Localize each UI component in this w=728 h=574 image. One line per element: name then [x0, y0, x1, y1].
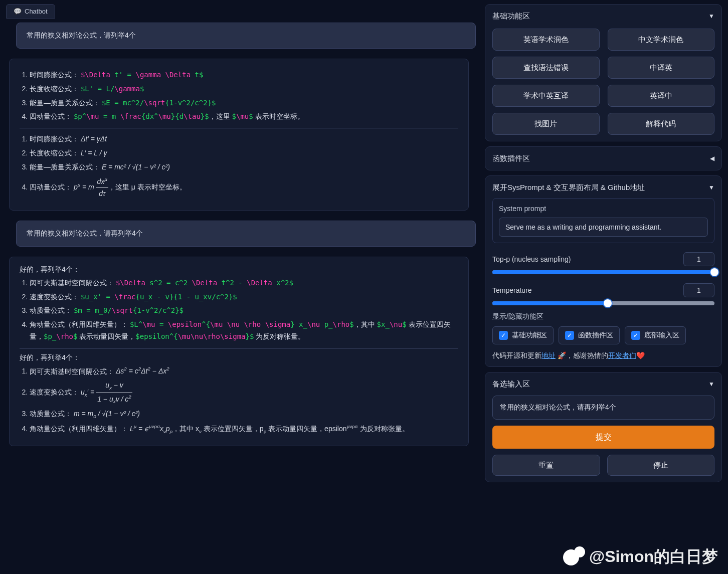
slider-top-p[interactable]: Top-p (nucleus sampling) 1: [492, 252, 714, 274]
btn-grammar[interactable]: 查找语法错误: [492, 57, 600, 79]
user-message-text: 常用的狭义相对论公式，请再列举4个: [27, 229, 143, 237]
check-bottom-input-area[interactable]: ✓ 底部输入区: [625, 326, 686, 344]
slider-track[interactable]: [492, 301, 714, 305]
answer-raw-item: 时间膨胀公式： $\Delta t' = \gamma \Delta t$: [30, 69, 458, 81]
checkbox-icon: ✓: [499, 331, 508, 340]
btn-polish-en[interactable]: 英语学术润色: [492, 29, 600, 51]
btn-cn-to-en[interactable]: 中译英: [608, 57, 715, 79]
slider-track[interactable]: [492, 270, 714, 274]
chevron-down-icon[interactable]: ▼: [708, 13, 714, 20]
rocket-icon: 🚀: [558, 351, 566, 359]
show-hide-label: 显示/隐藏功能区: [492, 312, 714, 321]
assistant-message: 时间膨胀公式： $\Delta t' = \gamma \Delta t$ 长度…: [9, 59, 469, 211]
slider-fill: [492, 301, 608, 305]
panel-basic-functions: 基础功能区 ▼ 英语学术润色 中文学术润色 查找语法错误 中译英 学术中英互译 …: [485, 4, 722, 141]
answer-raw-list: 时间膨胀公式： $\Delta t' = \gamma \Delta t$ 长度…: [30, 69, 458, 123]
slider-label: Top-p (nucleus sampling): [492, 255, 571, 263]
panel-alt-input: 备选输入区 ▼ 常用的狭义相对论公式，请再列举4个 提交 重置 停止: [485, 372, 722, 482]
stop-button[interactable]: 停止: [607, 455, 715, 476]
submit-button[interactable]: 提交: [492, 426, 714, 449]
system-prompt-label: System prompt: [499, 205, 708, 213]
answer-rendered-item: 时间膨胀公式： Δt′ = γΔt: [30, 133, 458, 145]
answer-preline: 好的，再列举4个：: [20, 353, 458, 362]
check-basic-area[interactable]: ✓ 基础功能区: [492, 326, 554, 344]
chat-icon: 💬: [14, 8, 22, 15]
checkbox-icon: ✓: [565, 331, 574, 340]
panel-function-plugins: 函数插件区 ◀: [485, 146, 722, 170]
slider-fill: [492, 270, 714, 274]
divider: [20, 348, 458, 348]
user-message-text: 常用的狭义相对论公式，请列举4个: [27, 31, 136, 39]
btn-polish-cn[interactable]: 中文学术润色: [608, 29, 715, 51]
system-prompt-block: System prompt Serve me as a writing and …: [492, 198, 714, 243]
btn-find-image[interactable]: 找图片: [492, 113, 600, 135]
slider-thumb[interactable]: [710, 268, 718, 276]
slider-thumb[interactable]: [604, 299, 612, 307]
slider-temperature[interactable]: Temperature 1: [492, 283, 714, 305]
answer-raw-item: 四动量公式： $p^\mu = m \frac{dx^\mu}{d\tau}$，…: [30, 111, 458, 123]
heart-icon: ❤️: [636, 351, 645, 359]
chat-scroll[interactable]: 常用的狭义相对论公式，请列举4个 时间膨胀公式： $\Delta t' = \g…: [6, 19, 479, 570]
answer-rendered-item: 角动量公式（利用四维矢量）： Lμ = ϵμνρσxνpρ，其中 xν 表示位置…: [30, 423, 458, 436]
answer-raw-item: 闵可夫斯基时空间隔公式： $\Delta s^2 = c^2 \Delta t^…: [30, 277, 458, 289]
answer-rendered-item: 闵可夫斯基时空间隔公式： Δs2 = c2Δt2 − Δx2: [30, 365, 458, 377]
answer-raw-item: 能量—质量关系公式： $E = mc^2/\sqrt{1-v^2/c^2}$: [30, 97, 458, 109]
answer-raw-item: 长度收缩公式： $L' = L/\gamma$: [30, 83, 458, 95]
system-prompt-input[interactable]: Serve me as a writing and programming as…: [499, 218, 708, 237]
reset-button[interactable]: 重置: [492, 455, 600, 476]
answer-rendered-item: 四动量公式： pμ = m dxμdτ，这里 μ 表示时空坐标。: [30, 175, 458, 200]
panel-title: 展开SysPrompt & 交互界面布局 & Github地址: [492, 183, 645, 193]
answer-rendered-list: 闵可夫斯基时空间隔公式： Δs2 = c2Δt2 − Δx2 速度变换公式： u…: [30, 365, 458, 436]
divider: [20, 128, 458, 128]
slider-label: Temperature: [492, 286, 532, 294]
link-contributors[interactable]: 开发者们: [608, 351, 636, 359]
answer-rendered-item: 长度收缩公式： L′ = L / γ: [30, 147, 458, 159]
chevron-down-icon[interactable]: ▼: [708, 380, 714, 388]
answer-rendered-item: 能量—质量关系公式： E = mc² / √(1 − v² / c²): [30, 161, 458, 173]
alt-input-textarea[interactable]: 常用的狭义相对论公式，请再列举4个: [492, 396, 714, 420]
slider-value[interactable]: 1: [683, 283, 714, 297]
btn-explain-code[interactable]: 解释代码: [608, 113, 715, 135]
slider-value[interactable]: 1: [683, 252, 714, 266]
answer-raw-item: 速度变换公式： $u_x' = \frac{u_x - v}{1 - u_xv/…: [30, 291, 458, 303]
answer-raw-list: 闵可夫斯基时空间隔公式： $\Delta s^2 = c^2 \Delta t^…: [30, 277, 458, 343]
panel-title: 函数插件区: [492, 154, 530, 163]
btn-en-to-cn[interactable]: 英译中: [608, 85, 715, 107]
checkbox-icon: ✓: [631, 331, 640, 340]
answer-raw-item: 动质量公式： $m = m_0/\sqrt{1-v^2/c^2}$: [30, 305, 458, 317]
answer-rendered-item: 速度变换公式： ux′ = ux − v1 − uxv / c2: [30, 379, 458, 406]
user-message: 常用的狭义相对论公式，请再列举4个: [16, 221, 476, 247]
link-repo[interactable]: 地址: [541, 351, 556, 359]
btn-academic-translate[interactable]: 学术中英互译: [492, 85, 600, 107]
answer-raw-item: 角动量公式（利用四维矢量）： $L^\mu = \epsilon^{\mu \n…: [30, 319, 458, 343]
chevron-down-icon[interactable]: ▼: [708, 184, 714, 191]
answer-rendered-list: 时间膨胀公式： Δt′ = γΔt 长度收缩公式： L′ = L / γ 能量—…: [30, 133, 458, 200]
chevron-left-icon[interactable]: ◀: [710, 155, 714, 162]
panel-footer-text: 代码开源和更新地址 🚀，感谢热情的开发者们❤️: [492, 351, 714, 360]
user-message: 常用的狭义相对论公式，请列举4个: [16, 23, 476, 49]
assistant-message: 好的，再列举4个： 闵可夫斯基时空间隔公式： $\Delta s^2 = c^2…: [9, 257, 469, 447]
panel-title: 备选输入区: [492, 379, 530, 389]
show-hide-section: 显示/隐藏功能区 ✓ 基础功能区 ✓ 函数插件区 ✓ 底部输入区: [492, 312, 714, 344]
answer-rendered-item: 动质量公式： m = m0 / √(1 − v² / c²): [30, 408, 458, 421]
panel-title: 基础功能区: [492, 12, 530, 21]
answer-preline: 好的，再列举4个：: [20, 265, 458, 274]
panel-sysprompt: 展开SysPrompt & 交互界面布局 & Github地址 ▼ System…: [485, 175, 722, 367]
tab-label: Chatbot: [25, 8, 48, 15]
tab-chatbot[interactable]: 💬 Chatbot: [6, 4, 55, 19]
check-fn-plugin-area[interactable]: ✓ 函数插件区: [559, 326, 620, 344]
